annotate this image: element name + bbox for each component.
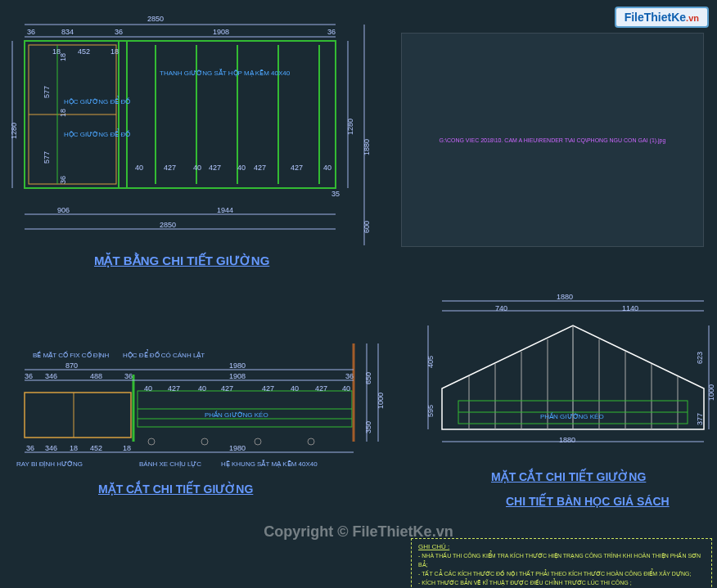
- sr-l-a: 405: [426, 356, 435, 368]
- sr-top-total: 1880: [557, 293, 573, 301]
- sl-bot-c: 452: [90, 444, 102, 452]
- plan-label-frame: THANH GIƯỜNG SẮT HỘP MẠ KẼM 40X40: [160, 70, 290, 77]
- plan-dim-s3: 18: [59, 109, 67, 117]
- sl-bot-a: 346: [45, 444, 57, 452]
- plan-int-d: 427: [209, 164, 221, 172]
- note-l1: - NHÀ THẦU THI CÔNG KIỂM TRA KÍCH THƯỚC …: [418, 551, 705, 569]
- sl-bot-e: 1980: [229, 444, 246, 452]
- sr-bot-total: 1880: [559, 436, 575, 444]
- sl-sub-a: 36: [25, 372, 33, 380]
- plan-dim-sub-a: 452: [78, 47, 90, 56]
- plan-dim-h: 1280: [10, 123, 18, 139]
- sl-int-f: 40: [291, 384, 299, 393]
- sl-sub-d: 36: [124, 372, 133, 380]
- sl-lbl-t2: HỘC ĐỂ ĐỒ CÓ CÁNH LẬT: [123, 352, 205, 359]
- sl-top-a: 870: [65, 361, 78, 370]
- sl-bot-d: 18: [123, 444, 131, 452]
- sl-int-c: 40: [198, 384, 206, 393]
- plan-dim-sub-c: 18: [110, 47, 119, 56]
- note-l3: - KÍCH THƯỚC BẢN VẼ KĨ THUẬT ĐƯỢC ĐIỀU C…: [418, 578, 705, 587]
- svg-point-26: [201, 438, 208, 445]
- plan-int-b: 427: [164, 164, 176, 172]
- title-section-right: MẶT CẮT CHI TIẾT GIƯỜNG: [491, 470, 646, 483]
- sl-r-h: 1000: [377, 393, 385, 409]
- plan-dim-rh3: 600: [363, 221, 371, 233]
- sr-top-a: 740: [495, 304, 507, 312]
- plan-label-shelf1: HỘC GIƯỜNG ĐỂ ĐỒ: [64, 98, 130, 105]
- plan-int-g: 427: [291, 164, 303, 172]
- sl-top-b: 1980: [229, 361, 246, 370]
- sl-lbl-b1: RAY BI ĐỊNH HƯỚNG: [16, 460, 83, 468]
- plan-int-h: 40: [323, 164, 331, 172]
- plan-dim-rh1: 1280: [346, 119, 354, 135]
- note-box: GHI CHÚ : - NHÀ THẦU THI CÔNG KIỂM TRA K…: [411, 538, 712, 588]
- sl-r-s: 650: [364, 372, 372, 384]
- plan-dim-s5: 36: [59, 176, 67, 184]
- plan-dim-s1: 577: [43, 86, 51, 98]
- plan-dim-seg4: 1908: [213, 28, 229, 36]
- sl-int-h: 40: [342, 384, 350, 393]
- sl-lbl-b2: BÁNH XE CHỊU LỰC: [139, 460, 201, 468]
- plan-ext: 35: [331, 190, 340, 198]
- sl-int-d: 427: [221, 384, 233, 393]
- plan-dim-total-top: 2850: [147, 15, 164, 23]
- sl-sub-f: 36: [345, 372, 354, 380]
- sr-r-h: 1000: [707, 384, 715, 401]
- sl-int-b: 427: [168, 384, 180, 393]
- sl-lbl-p: PHẦN GIƯỜNG KÉO: [205, 411, 268, 419]
- plan-bot-a: 906: [57, 206, 70, 214]
- plan-dim-seg2: 834: [61, 28, 74, 36]
- sl-lbl-t1: BỀ MẶT CỐ FIX CỐ ĐỊNH: [33, 352, 109, 359]
- plan-bot-b: 1944: [217, 206, 233, 214]
- title-section-left: MẶT CẮT CHI TIẾT GIƯỜNG: [98, 483, 253, 496]
- plan-dim-seg3: 36: [115, 28, 123, 36]
- sr-r-t: 623: [696, 352, 704, 364]
- sl-sub-b: 346: [45, 372, 57, 380]
- title-plan: MẶT BẰNG CHI TIẾT GIƯỜNG: [94, 254, 269, 268]
- image-placeholder-panel: G:\CONG VIEC 2018\10. CAM A HIEU\RENDER …: [401, 33, 704, 247]
- sr-lbl-p: PHẦN GIƯỜNG KÉO: [540, 413, 604, 420]
- sl-int-a: 40: [144, 384, 152, 393]
- plan-dim-s4: 18: [59, 53, 67, 61]
- sl-sub-e: 1908: [229, 372, 246, 380]
- sr-l-b: 595: [426, 405, 435, 417]
- sl-sub-c: 488: [90, 372, 102, 380]
- sl-r-t: 350: [364, 421, 372, 433]
- plan-dim-seg5: 36: [327, 28, 336, 36]
- sl-int-e: 427: [262, 384, 274, 393]
- sl-lbl-b3: HỆ KHUNG SẮT MẠ KẼM 40X40: [221, 460, 318, 468]
- plan-label-shelf2: HỘC GIƯỜNG ĐỂ ĐỒ: [64, 131, 130, 138]
- drawing-canvas: FileThietKe.vn: [0, 0, 717, 588]
- note-l2: - TẤT CẢ CÁC KÍCH THƯỚC ĐỒ NỘI THẤT PHẢI…: [418, 569, 705, 578]
- plan-dim-s2: 577: [43, 151, 51, 164]
- svg-rect-18: [25, 393, 131, 438]
- plan-bot-total: 2850: [160, 221, 176, 229]
- plan-dim-seg1: 36: [27, 28, 35, 36]
- svg-point-28: [308, 438, 314, 445]
- sr-r-b: 377: [696, 413, 704, 425]
- plan-int-a: 40: [135, 164, 143, 172]
- title-sub: CHI TIẾT BÀN HỌC GIÁ SÁCH: [506, 495, 670, 508]
- svg-point-25: [148, 438, 155, 445]
- plan-int-c: 40: [193, 164, 201, 172]
- image-path-text: G:\CONG VIEC 2018\10. CAM A HIEU\RENDER …: [440, 137, 666, 143]
- plan-dim-rh2: 1880: [363, 139, 371, 155]
- sl-int-g: 427: [315, 384, 327, 393]
- sl-bot-z: 36: [26, 444, 34, 452]
- note-title: GHI CHÚ :: [418, 542, 705, 551]
- plan-int-f: 427: [254, 164, 266, 172]
- sl-bot-b: 18: [70, 444, 78, 452]
- svg-point-27: [255, 438, 261, 445]
- sr-top-b: 1140: [622, 304, 638, 312]
- plan-int-e: 40: [237, 164, 246, 172]
